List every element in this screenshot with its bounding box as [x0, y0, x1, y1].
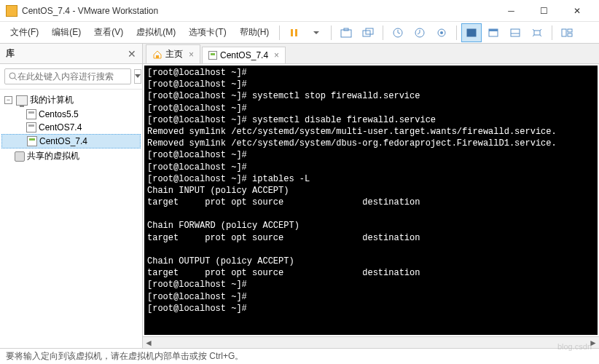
- sidebar-title: 库: [6, 47, 128, 60]
- tree-item-centos55[interactable]: Centos5.5: [1, 108, 141, 121]
- search-input[interactable]: [17, 71, 127, 82]
- tree-shared-label: 共享的虚拟机: [27, 150, 79, 162]
- tab-home-label: 主页: [165, 48, 183, 60]
- snapshot-icon[interactable]: [336, 23, 356, 42]
- menu-help[interactable]: 帮助(H): [234, 23, 275, 41]
- computer-icon: [16, 95, 28, 106]
- tree-item-centos74b[interactable]: CentOS_7.4: [1, 134, 141, 149]
- scroll-track[interactable]: [154, 338, 587, 348]
- menu-edit[interactable]: 编辑(E): [46, 23, 87, 41]
- search-dropdown[interactable]: [134, 69, 141, 84]
- scroll-right-icon[interactable]: ►: [587, 338, 599, 348]
- power-dropdown[interactable]: [306, 23, 326, 42]
- svg-rect-14: [489, 29, 498, 31]
- tab-close-icon[interactable]: ×: [274, 50, 279, 60]
- statusbar: 要将输入定向到该虚拟机，请在虚拟机内部单击或按 Ctrl+G。: [0, 348, 599, 364]
- svg-rect-4: [363, 31, 370, 36]
- sidebar: 库 ✕ − 我的计算机 Centos5.5 CentOS7.4: [0, 44, 143, 348]
- console-icon[interactable]: [505, 23, 525, 42]
- tree-item-label: Centos5.5: [39, 109, 79, 119]
- menu-view[interactable]: 查看(V): [88, 23, 129, 41]
- svg-rect-19: [568, 29, 572, 32]
- svg-rect-12: [467, 29, 476, 36]
- tree-item-label: CentOS_7.4: [39, 136, 87, 146]
- maximize-button[interactable]: ☐: [528, 1, 560, 21]
- menu-tabs[interactable]: 选项卡(T): [183, 23, 232, 41]
- svg-rect-18: [562, 29, 566, 36]
- menu-file[interactable]: 文件(F): [4, 23, 44, 41]
- close-button[interactable]: ✕: [560, 1, 593, 21]
- svg-rect-1: [295, 29, 297, 36]
- svg-rect-23: [156, 55, 159, 58]
- search-icon: [9, 72, 17, 81]
- svg-rect-20: [568, 33, 572, 36]
- content-area: 主页 × CentOS_7.4 × [root@localhost ~]# [r…: [143, 44, 599, 348]
- shared-icon: [15, 151, 25, 162]
- tree-root-mycomputer[interactable]: − 我的计算机: [1, 92, 141, 108]
- fullscreen-icon[interactable]: [461, 23, 482, 42]
- svg-line-8: [398, 33, 400, 33]
- svg-point-21: [9, 73, 15, 79]
- vm-icon: [26, 109, 36, 119]
- tab-vm[interactable]: CentOS_7.4 ×: [202, 47, 286, 63]
- sidebar-close-icon[interactable]: ✕: [128, 48, 136, 60]
- vm-icon: [26, 122, 36, 132]
- snapshot-manager-icon[interactable]: [358, 23, 378, 42]
- unity-icon[interactable]: [483, 23, 504, 42]
- app-icon: [6, 5, 17, 17]
- tree-item-label: CentOS7.4: [39, 122, 82, 132]
- clock-icon[interactable]: [388, 23, 408, 42]
- svg-rect-17: [534, 31, 540, 35]
- svg-line-22: [15, 78, 17, 80]
- sidebar-header: 库 ✕: [0, 44, 142, 64]
- revert-icon[interactable]: [410, 23, 430, 42]
- window-title: CentOS_7.4 - VMware Workstation: [22, 6, 495, 16]
- terminal-console[interactable]: [root@localhost ~]# [root@localhost ~]# …: [144, 66, 598, 335]
- main-area: 库 ✕ − 我的计算机 Centos5.5 CentOS7.4: [0, 44, 599, 348]
- search-row: [0, 64, 142, 90]
- home-icon: [152, 50, 163, 59]
- menu-vm[interactable]: 虚拟机(M): [130, 23, 181, 41]
- vm-icon: [208, 51, 217, 60]
- library-tree: − 我的计算机 Centos5.5 CentOS7.4 CentOS_7.4 共…: [0, 90, 142, 348]
- svg-rect-15: [511, 29, 520, 36]
- tree-item-centos74a[interactable]: CentOS7.4: [1, 121, 141, 134]
- search-box[interactable]: [4, 68, 131, 84]
- status-text: 要将输入定向到该虚拟机，请在虚拟机内部单击或按 Ctrl+G。: [6, 350, 243, 363]
- vm-icon: [27, 136, 37, 146]
- svg-rect-5: [366, 28, 373, 34]
- minimize-button[interactable]: ─: [495, 1, 528, 21]
- collapse-icon[interactable]: −: [4, 96, 12, 104]
- tab-home[interactable]: 主页 ×: [146, 44, 200, 63]
- thumbnail-icon[interactable]: [557, 23, 577, 42]
- tabbar: 主页 × CentOS_7.4 ×: [143, 44, 599, 64]
- titlebar: CentOS_7.4 - VMware Workstation ─ ☐ ✕: [0, 0, 599, 22]
- pause-button[interactable]: [284, 23, 305, 42]
- svg-rect-0: [291, 29, 293, 36]
- menubar: 文件(F) 编辑(E) 查看(V) 虚拟机(M) 选项卡(T) 帮助(H): [0, 22, 599, 44]
- tab-close-icon[interactable]: ×: [189, 50, 194, 60]
- horizontal-scrollbar[interactable]: ◄ ►: [143, 336, 599, 348]
- tree-shared-vms[interactable]: 共享的虚拟机: [1, 149, 141, 164]
- scroll-left-icon[interactable]: ◄: [143, 338, 154, 348]
- manage-icon[interactable]: [431, 23, 452, 42]
- stretch-icon[interactable]: [527, 23, 547, 42]
- tab-vm-label: CentOS_7.4: [220, 50, 268, 60]
- svg-point-11: [440, 31, 443, 34]
- tree-root-label: 我的计算机: [30, 94, 74, 106]
